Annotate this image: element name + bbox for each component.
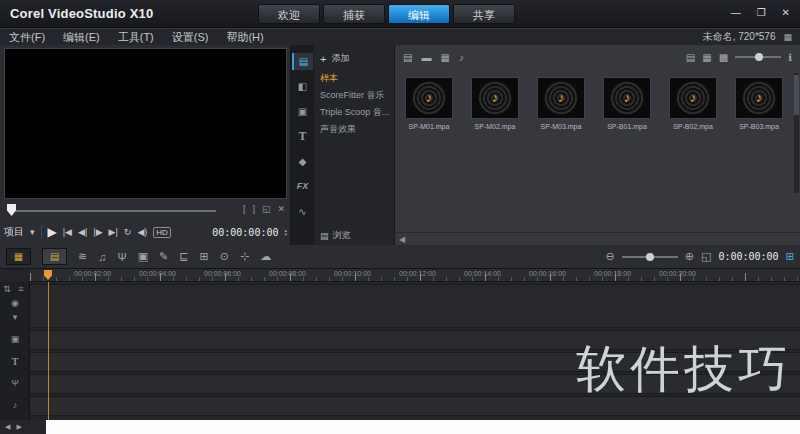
gallery-scrollbar[interactable] bbox=[794, 73, 799, 193]
title-track-icon[interactable]: T bbox=[0, 356, 30, 367]
video-track[interactable] bbox=[30, 284, 800, 328]
play-button[interactable]: ▶ bbox=[48, 225, 57, 239]
timecode-down-icon[interactable]: ▾ bbox=[284, 232, 287, 236]
menu-settings[interactable]: 设置(S) bbox=[163, 30, 218, 45]
media-library-icon[interactable]: ▤ bbox=[292, 53, 313, 70]
gallery-scrollbar-thumb[interactable] bbox=[794, 75, 799, 115]
filter-video-icon[interactable]: ▬ bbox=[421, 52, 431, 63]
audio-clip-item[interactable]: ♪ SP-B03.mpa bbox=[735, 77, 783, 130]
repeat-button[interactable]: ↻ bbox=[124, 227, 132, 237]
split-clip-icon[interactable]: ✕ bbox=[277, 204, 285, 214]
audio-thumbnail[interactable]: ♪ bbox=[603, 77, 651, 119]
folder-item-scorefitter[interactable]: ScoreFitter 音乐 bbox=[314, 87, 394, 104]
voice-track-icon[interactable]: Ψ bbox=[0, 378, 30, 388]
collapse-panel-icon[interactable]: ◀ bbox=[399, 235, 405, 244]
transition-icon[interactable]: ◧ bbox=[292, 78, 313, 95]
tab-share[interactable]: 共享 bbox=[453, 4, 515, 24]
audio-thumbnail[interactable]: ♪ bbox=[471, 77, 519, 119]
next-frame-button[interactable]: |▶ bbox=[93, 227, 102, 237]
cloud-icon[interactable]: ☁ bbox=[260, 250, 271, 263]
minimize-icon[interactable]: — bbox=[731, 7, 741, 18]
timecode-steppers[interactable]: ▴ ▾ bbox=[284, 228, 287, 236]
jump-start-button[interactable]: |◀ bbox=[63, 227, 72, 237]
zoom-in-icon[interactable]: ⊕ bbox=[685, 250, 694, 263]
track-chevron-down-icon[interactable]: ▾ bbox=[0, 312, 30, 322]
menu-edit[interactable]: 编辑(E) bbox=[54, 30, 109, 45]
filter-audio-icon[interactable]: ♪ bbox=[459, 52, 464, 63]
folder-item-sound-effects[interactable]: 声音效果 bbox=[314, 121, 394, 138]
small-thumb-view-icon[interactable]: ▦ bbox=[702, 52, 711, 63]
audio-clip-item[interactable]: ♪ SP-M01.mpa bbox=[405, 77, 453, 130]
menu-help[interactable]: 帮助(H) bbox=[217, 30, 272, 45]
mark-in-icon[interactable]: [ bbox=[243, 204, 246, 214]
timeline-view-button[interactable]: ▤ bbox=[42, 248, 67, 265]
sound-mixer-icon[interactable]: ≋ bbox=[78, 250, 87, 263]
import-folder-icon[interactable]: ▤ bbox=[403, 52, 412, 63]
audio-clip-item[interactable]: ♪ SP-B01.mpa bbox=[603, 77, 651, 130]
video-track-icon[interactable]: ◉ bbox=[0, 298, 30, 308]
menu-tools[interactable]: 工具(T) bbox=[109, 30, 163, 45]
motion-path-icon[interactable]: ∿ bbox=[292, 203, 313, 220]
ruler-settings-icon[interactable]: ⊞ bbox=[786, 251, 794, 262]
close-icon[interactable]: ✕ bbox=[782, 7, 790, 18]
subtitle-editor-icon[interactable]: ⊑ bbox=[179, 250, 188, 263]
add-folder-button[interactable]: + 添加 bbox=[314, 49, 394, 70]
audio-clip-item[interactable]: ♪ SP-M03.mpa bbox=[537, 77, 585, 130]
maximize-icon[interactable]: ❐ bbox=[757, 7, 766, 18]
instant-project-icon[interactable]: ▣ bbox=[138, 250, 148, 263]
hd-toggle[interactable]: HD bbox=[153, 227, 171, 238]
tab-welcome[interactable]: 欢迎 bbox=[258, 4, 320, 24]
scrubber-track[interactable] bbox=[16, 210, 216, 212]
swap-tracks-icon[interactable]: ⇅ bbox=[0, 284, 14, 294]
audio-thumbnail[interactable]: ♪ bbox=[735, 77, 783, 119]
track-motion-icon[interactable]: ⊹ bbox=[240, 250, 249, 263]
thumb-size-slider[interactable] bbox=[735, 56, 781, 58]
large-thumb-view-icon[interactable]: ▩ bbox=[719, 52, 728, 63]
timeline-zoom-slider-knob[interactable] bbox=[646, 253, 654, 261]
fit-project-icon[interactable]: ◱ bbox=[701, 250, 711, 263]
music-track-icon[interactable]: ♪ bbox=[0, 400, 30, 410]
layout-icon[interactable]: ▦ bbox=[783, 32, 792, 42]
enlarge-preview-icon[interactable]: ◱ bbox=[262, 204, 271, 214]
mode-dropdown-icon[interactable]: ▾ bbox=[30, 227, 35, 237]
timeline-horizontal-scrollbar[interactable]: ◀ ▶ bbox=[0, 420, 46, 434]
overlay-icon[interactable]: ▣ bbox=[292, 103, 313, 120]
timeline-ruler[interactable]: 00:00:02:00 00:00:04:00 00:00:06:00 00:0… bbox=[30, 269, 800, 282]
tab-capture[interactable]: 捕获 bbox=[323, 4, 385, 24]
audio-thumbnail[interactable]: ♪ bbox=[669, 77, 717, 119]
scroll-right-icon[interactable]: ▶ bbox=[16, 423, 21, 431]
preview-scrubber[interactable]: [ ] ◱ ✕ bbox=[4, 203, 287, 217]
audio-clip-item[interactable]: ♪ SP-B02.mpa bbox=[669, 77, 717, 130]
multicam-editor-icon[interactable]: ⊞ bbox=[200, 250, 209, 263]
painting-creator-icon[interactable]: ✎ bbox=[159, 250, 168, 263]
filter-photo-icon[interactable]: ▦ bbox=[440, 52, 449, 63]
audio-thumbnail[interactable]: ♪ bbox=[537, 77, 585, 119]
overlay-track-icon[interactable]: ▣ bbox=[0, 334, 30, 344]
storyboard-view-button[interactable]: ▦ bbox=[6, 248, 31, 265]
jump-end-button[interactable]: ▶| bbox=[109, 227, 118, 237]
list-view-icon[interactable]: ▤ bbox=[686, 52, 695, 63]
playhead-handle[interactable] bbox=[44, 270, 52, 280]
timeline-zoom-slider[interactable] bbox=[622, 256, 678, 258]
volume-button[interactable]: ◀) bbox=[137, 227, 147, 237]
scrubber-handle[interactable] bbox=[7, 204, 16, 216]
thumb-size-slider-knob[interactable] bbox=[755, 53, 763, 61]
audio-clip-item[interactable]: ♪ SP-M02.mpa bbox=[471, 77, 519, 130]
zoom-out-icon[interactable]: ⊖ bbox=[606, 250, 615, 263]
title-icon[interactable]: T bbox=[292, 128, 313, 145]
mark-out-icon[interactable]: ] bbox=[252, 204, 255, 214]
voice-over-icon[interactable]: Ψ bbox=[117, 251, 126, 263]
info-icon[interactable]: ℹ bbox=[788, 52, 792, 63]
auto-music-icon[interactable]: ♫ bbox=[98, 251, 106, 263]
filter-fx-icon[interactable]: FX bbox=[292, 178, 313, 195]
time-remap-icon[interactable]: ⊙ bbox=[220, 250, 229, 263]
playback-mode-label[interactable]: 项目 bbox=[4, 225, 24, 239]
folder-item-triple-scoop[interactable]: Triple Scoop 音... bbox=[314, 104, 394, 121]
graphic-icon[interactable]: ◆ bbox=[292, 153, 313, 170]
browse-button[interactable]: ▤ 浏览 bbox=[314, 226, 394, 245]
tab-edit[interactable]: 编辑 bbox=[388, 4, 450, 24]
menu-file[interactable]: 文件(F) bbox=[0, 30, 54, 45]
prev-frame-button[interactable]: ◀| bbox=[78, 227, 87, 237]
scroll-left-icon[interactable]: ◀ bbox=[5, 423, 10, 431]
folder-item-samples[interactable]: 样本 bbox=[314, 70, 394, 87]
